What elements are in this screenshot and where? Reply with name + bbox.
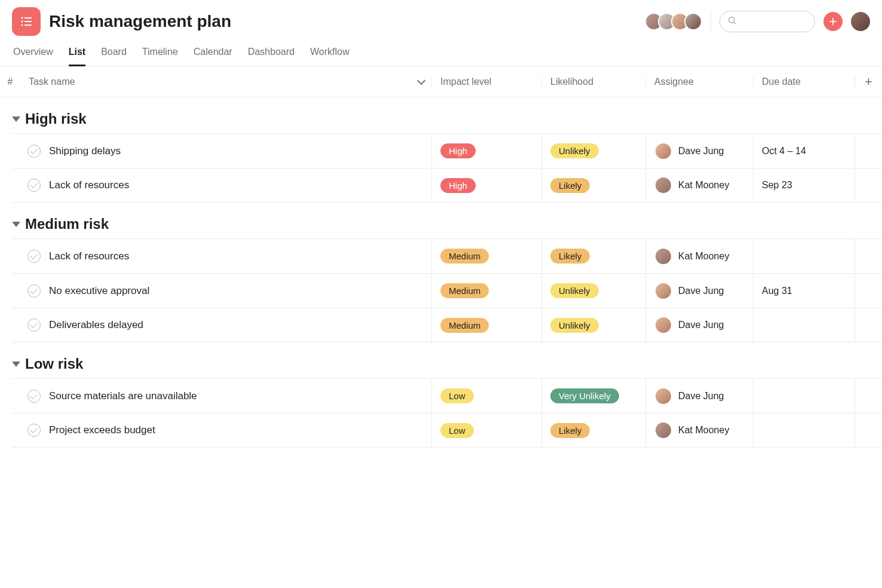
table-row[interactable]: Source materials are unavailableLowVery … <box>12 378 882 413</box>
page-title: Risk management plan <box>49 12 231 31</box>
impact-pill: Medium <box>440 283 489 298</box>
add-button[interactable] <box>823 12 843 31</box>
task-name: No executive approval <box>49 285 149 297</box>
complete-checkbox[interactable] <box>27 145 41 158</box>
table-row[interactable]: Project exceeds budgetLowLikelyKat Moone… <box>12 413 882 448</box>
complete-checkbox[interactable] <box>27 250 41 263</box>
assignee-cell[interactable]: Kat Mooney <box>645 239 753 273</box>
task-cell[interactable]: Lack of resources <box>12 169 431 202</box>
profile-avatar[interactable] <box>851 12 870 31</box>
section: High riskShipping delaysHighUnlikelyDave… <box>0 97 882 203</box>
tab-calendar[interactable]: Calendar <box>194 42 232 66</box>
due-date-cell[interactable] <box>753 379 855 413</box>
due-date-cell[interactable] <box>753 239 855 273</box>
task-cell[interactable]: Project exceeds budget <box>12 414 431 447</box>
task-cell[interactable]: Lack of resources <box>12 239 431 273</box>
task-name: Source materials are unavailable <box>49 390 197 402</box>
tab-workflow[interactable]: Workflow <box>310 42 350 66</box>
impact-cell[interactable]: Low <box>431 414 541 447</box>
row-actions-cell <box>855 274 882 308</box>
likelihood-pill: Likely <box>550 178 590 193</box>
tab-timeline[interactable]: Timeline <box>142 42 178 66</box>
section-header[interactable]: Medium risk <box>0 203 882 238</box>
assignee-name: Dave Jung <box>678 286 724 296</box>
task-cell[interactable]: Source materials are unavailable <box>12 379 431 413</box>
avatar <box>654 142 672 160</box>
section-header[interactable]: High risk <box>0 97 882 133</box>
table-row[interactable]: No executive approvalMediumUnlikelyDave … <box>12 273 882 308</box>
column-assignee[interactable]: Assignee <box>645 76 753 87</box>
complete-checkbox[interactable] <box>27 284 41 298</box>
impact-cell[interactable]: High <box>431 134 541 168</box>
section: Medium riskLack of resourcesMediumLikely… <box>0 203 882 342</box>
likelihood-cell[interactable]: Likely <box>541 414 645 447</box>
complete-checkbox[interactable] <box>27 390 41 403</box>
impact-pill: Medium <box>440 318 489 333</box>
tab-dashboard[interactable]: Dashboard <box>248 42 295 66</box>
assignee-name: Kat Mooney <box>678 425 729 436</box>
task-name: Shipping delays <box>49 145 121 157</box>
column-task-name[interactable]: Task name <box>20 76 431 87</box>
table-row[interactable]: Lack of resourcesMediumLikelyKat Mooney <box>12 238 882 273</box>
table-row[interactable]: Shipping delaysHighUnlikelyDave JungOct … <box>12 133 882 168</box>
task-name: Deliverables delayed <box>49 319 143 331</box>
complete-checkbox[interactable] <box>27 424 41 437</box>
section: Low riskSource materials are unavailable… <box>0 342 882 448</box>
assignee-cell[interactable]: Dave Jung <box>645 308 753 342</box>
table-row[interactable]: Lack of resourcesHighLikelyKat MooneySep… <box>12 168 882 203</box>
impact-cell[interactable]: Medium <box>431 239 541 273</box>
avatar <box>654 176 672 194</box>
task-cell[interactable]: Shipping delays <box>12 134 431 168</box>
svg-point-0 <box>22 17 23 19</box>
likelihood-cell[interactable]: Very Unlikely <box>541 379 645 413</box>
chevron-down-icon[interactable] <box>417 76 425 84</box>
svg-point-6 <box>729 17 734 23</box>
column-likelihood[interactable]: Likelihood <box>541 76 645 87</box>
due-date-cell[interactable]: Oct 4 – 14 <box>753 134 855 168</box>
tab-overview[interactable]: Overview <box>13 42 53 66</box>
view-tabs: OverviewListBoardTimelineCalendarDashboa… <box>0 36 882 66</box>
likelihood-cell[interactable]: Likely <box>541 239 645 273</box>
avatar <box>654 282 672 300</box>
impact-pill: High <box>440 178 476 193</box>
assignee-cell[interactable]: Kat Mooney <box>645 169 753 202</box>
complete-checkbox[interactable] <box>27 318 41 332</box>
table-row[interactable]: Deliverables delayedMediumUnlikelyDave J… <box>12 308 882 342</box>
likelihood-cell[interactable]: Unlikely <box>541 308 645 342</box>
search-input[interactable] <box>719 11 815 32</box>
tab-list[interactable]: List <box>69 42 85 66</box>
due-date-cell[interactable]: Aug 31 <box>753 274 855 308</box>
impact-cell[interactable]: Medium <box>431 274 541 308</box>
add-column-button[interactable]: + <box>855 75 882 88</box>
column-impact[interactable]: Impact level <box>431 76 541 87</box>
avatar[interactable] <box>684 13 702 30</box>
impact-cell[interactable]: Low <box>431 379 541 413</box>
assignee-cell[interactable]: Dave Jung <box>645 379 753 413</box>
section-header[interactable]: Low risk <box>0 342 882 378</box>
header: Risk management plan <box>0 0 882 36</box>
likelihood-pill: Unlikely <box>550 318 599 333</box>
likelihood-cell[interactable]: Unlikely <box>541 134 645 168</box>
due-date-cell[interactable] <box>753 414 855 447</box>
impact-cell[interactable]: High <box>431 169 541 202</box>
project-icon <box>12 7 41 36</box>
assignee-cell[interactable]: Dave Jung <box>645 274 753 308</box>
due-date-cell[interactable] <box>753 308 855 342</box>
assignee-cell[interactable]: Dave Jung <box>645 134 753 168</box>
header-right <box>650 11 870 32</box>
avatar <box>654 316 672 334</box>
task-cell[interactable]: No executive approval <box>12 274 431 308</box>
likelihood-cell[interactable]: Likely <box>541 169 645 202</box>
tab-board[interactable]: Board <box>101 42 127 66</box>
caret-down-icon <box>12 117 20 122</box>
due-date-cell[interactable]: Sep 23 <box>753 169 855 202</box>
likelihood-cell[interactable]: Unlikely <box>541 274 645 308</box>
complete-checkbox[interactable] <box>27 179 41 192</box>
search-field[interactable] <box>742 16 807 27</box>
column-due[interactable]: Due date <box>753 76 855 87</box>
assignee-cell[interactable]: Kat Mooney <box>645 414 753 447</box>
project-members[interactable] <box>650 13 702 30</box>
plus-icon: + <box>865 75 872 88</box>
task-cell[interactable]: Deliverables delayed <box>12 308 431 342</box>
impact-cell[interactable]: Medium <box>431 308 541 342</box>
